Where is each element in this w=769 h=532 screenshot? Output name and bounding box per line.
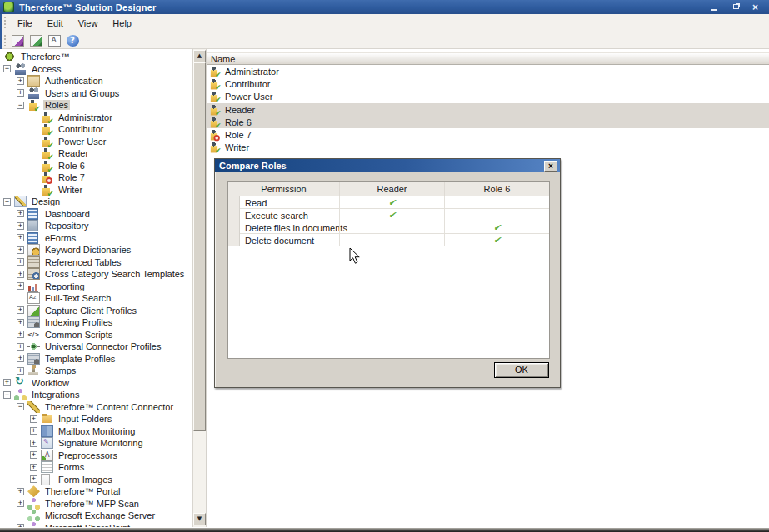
tree-item[interactable]: Input Folders xyxy=(0,413,192,425)
tree-expand-toggle[interactable] xyxy=(17,222,24,230)
tree-expand-toggle[interactable] xyxy=(17,102,24,109)
menu-item-view[interactable]: View xyxy=(71,16,106,31)
tree-expand-toggle[interactable] xyxy=(17,77,24,85)
toolbar-button[interactable] xyxy=(47,33,62,47)
minimize-button[interactable] xyxy=(709,2,721,12)
toolbar-button[interactable] xyxy=(28,33,43,47)
tree-expand-toggle[interactable] xyxy=(17,331,24,338)
tree-item[interactable]: Integrations xyxy=(0,389,192,401)
tree-expand-toggle[interactable] xyxy=(17,271,24,278)
role-check-icon xyxy=(41,136,53,147)
tree-expand-toggle[interactable] xyxy=(30,427,37,435)
tree-item[interactable]: Keyword Dictionaries xyxy=(0,244,192,256)
tree-expand-toggle[interactable] xyxy=(17,89,24,97)
list-item[interactable]: Contributor xyxy=(207,77,769,90)
tree-item[interactable]: Role 7 xyxy=(0,172,192,184)
tree-expand-toggle[interactable] xyxy=(3,379,11,386)
tree-expand-toggle[interactable] xyxy=(17,343,24,351)
tree-expand-toggle[interactable] xyxy=(3,65,11,72)
tree-item[interactable]: Mailbox Monitoring xyxy=(0,425,192,438)
tree-expand-toggle[interactable] xyxy=(17,210,24,217)
close-button[interactable]: × xyxy=(752,2,764,12)
scroll-up-button[interactable]: ▲ xyxy=(193,50,206,62)
tree-expand-toggle[interactable] xyxy=(17,319,24,326)
tree-item[interactable]: Therefore™ MFP Scan xyxy=(0,498,192,510)
tree-item[interactable]: Workflow xyxy=(0,377,192,390)
tree-item[interactable]: eForms xyxy=(0,232,192,245)
tree-item[interactable]: Repository xyxy=(0,220,192,232)
menu-item-help[interactable]: Help xyxy=(105,16,139,31)
tree-item[interactable]: Administrator xyxy=(0,112,192,124)
list-item[interactable]: Reader xyxy=(207,103,769,116)
tree-item[interactable]: Role 6 xyxy=(0,160,192,172)
tree-item[interactable]: Reporting xyxy=(0,281,192,293)
tree-item[interactable]: Indexing Profiles xyxy=(0,316,192,329)
tree-item[interactable]: Writer xyxy=(0,184,192,196)
tree-expand-toggle[interactable] xyxy=(30,451,37,459)
tree-expand-toggle[interactable] xyxy=(17,246,24,254)
tree-expand-toggle[interactable] xyxy=(30,440,37,447)
tree-item[interactable]: Access xyxy=(0,63,192,76)
menu-item-edit[interactable]: Edit xyxy=(40,16,71,31)
tree-item-label: Power User xyxy=(57,137,107,147)
list-item[interactable]: Power User xyxy=(207,91,769,103)
tree-item[interactable]: Common Scripts xyxy=(0,329,192,341)
tree-item[interactable]: Stamps xyxy=(0,365,192,377)
list-item[interactable]: Administrator xyxy=(207,65,769,77)
tree-item[interactable]: Microsoft Exchange Server xyxy=(0,510,192,522)
toolbar-button[interactable] xyxy=(10,33,25,47)
column-header-name[interactable]: Name xyxy=(207,52,769,65)
tree-item[interactable]: Dashboard xyxy=(0,208,192,221)
tree-item[interactable]: Contributor xyxy=(0,123,192,136)
reporting-icon xyxy=(27,281,40,292)
tree-item[interactable]: Signature Monitoring xyxy=(0,437,192,450)
tree-expand-toggle[interactable] xyxy=(17,500,24,507)
tree-item[interactable]: Design xyxy=(0,196,192,208)
tree-expand-toggle[interactable] xyxy=(17,282,24,290)
tree-item[interactable]: Preprocessors xyxy=(0,450,192,462)
list-item[interactable]: Role 6 xyxy=(207,116,769,128)
tree-item[interactable]: Template Profiles xyxy=(0,353,192,365)
tree-item[interactable]: Microsoft SharePoint xyxy=(0,522,192,528)
tree-item[interactable]: Users and Groups xyxy=(0,87,192,100)
tree-item[interactable]: Reader xyxy=(0,147,192,160)
tree-item[interactable]: Authentication xyxy=(0,75,192,87)
tree-item[interactable]: Forms xyxy=(0,461,192,474)
tree-item[interactable]: Therefore™ xyxy=(0,51,192,63)
dialog-close-button[interactable]: × xyxy=(544,161,557,172)
tree-expand-toggle[interactable] xyxy=(30,415,37,423)
new-design-green-icon xyxy=(30,35,42,47)
tree-item[interactable]: Referenced Tables xyxy=(0,256,192,269)
tree-item[interactable]: Power User xyxy=(0,136,192,148)
list-item[interactable]: Writer xyxy=(207,142,769,154)
tree-item[interactable]: Therefore™ Content Connector xyxy=(0,401,192,414)
tree-scrollbar[interactable]: ▲ ▼ xyxy=(192,49,206,527)
tree-item[interactable]: Therefore™ Portal xyxy=(0,485,192,498)
list-item[interactable]: Role 7 xyxy=(207,128,769,141)
tree-expand-toggle[interactable] xyxy=(3,198,11,206)
scroll-thumb[interactable] xyxy=(193,62,206,431)
ok-button[interactable]: OK xyxy=(494,362,549,378)
tree-expand-toggle[interactable] xyxy=(17,403,24,410)
tree-item[interactable]: Form Images xyxy=(0,474,192,486)
toolbar-button[interactable] xyxy=(65,33,80,47)
menu-item-file[interactable]: File xyxy=(10,16,40,31)
restore-button[interactable] xyxy=(731,2,742,12)
permission-row: Delete files in documents xyxy=(228,221,549,234)
tree-expand-toggle[interactable] xyxy=(17,367,24,375)
tree-item[interactable]: Cross Category Search Templates xyxy=(0,268,192,281)
scroll-down-button[interactable]: ▼ xyxy=(193,513,206,525)
tree-expand-toggle[interactable] xyxy=(17,306,24,314)
tree-item[interactable]: Capture Client Profiles xyxy=(0,305,192,317)
tree-expand-toggle[interactable] xyxy=(30,464,37,471)
tree-expand-toggle[interactable] xyxy=(17,234,24,241)
tree-expand-toggle[interactable] xyxy=(17,355,24,362)
tree-expand-toggle[interactable] xyxy=(17,488,24,495)
tree-expand-toggle[interactable] xyxy=(30,475,37,483)
tree-item[interactable]: Full-Text Search xyxy=(0,292,192,305)
tree-expand-toggle[interactable] xyxy=(3,391,11,399)
tree-item[interactable]: Universal Connector Profiles xyxy=(0,341,192,353)
tree-expand-toggle[interactable] xyxy=(17,258,24,266)
tree-item[interactable]: Roles xyxy=(0,99,192,112)
tree-expand-toggle[interactable] xyxy=(17,524,24,527)
